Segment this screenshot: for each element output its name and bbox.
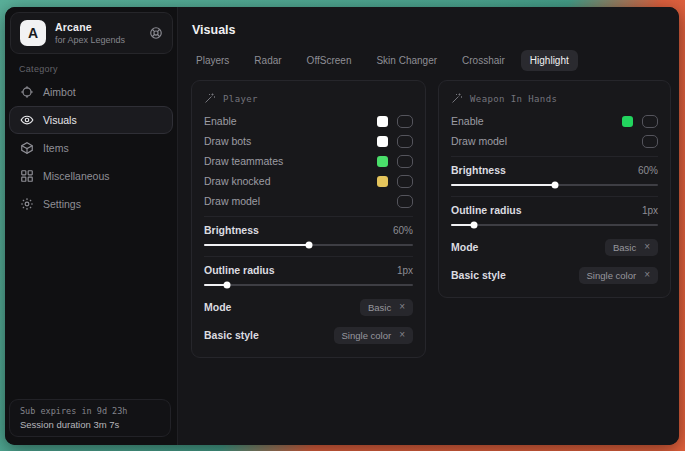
checkbox[interactable] xyxy=(642,115,658,128)
slider-outline-radius[interactable] xyxy=(204,278,413,291)
sidebar-item-label: Aimbot xyxy=(43,86,76,98)
close-icon[interactable]: × xyxy=(399,330,405,340)
chip-single-color[interactable]: Single color× xyxy=(334,327,413,344)
checkbox[interactable] xyxy=(642,135,658,148)
tab-radar[interactable]: Radar xyxy=(245,50,290,71)
slider-label: Brightness xyxy=(451,164,638,176)
app-subtitle: for Apex Legends xyxy=(55,35,149,45)
divider xyxy=(451,156,658,157)
slider-head-brightness: Brightness60% xyxy=(451,162,658,178)
slider-track[interactable] xyxy=(204,244,413,246)
status-card: Sub expires in 9d 23h Session duration 3… xyxy=(9,399,171,437)
slider-track[interactable] xyxy=(451,224,658,226)
close-icon[interactable]: × xyxy=(644,270,650,280)
toggle-row-draw-model: Draw model xyxy=(451,131,658,151)
tab-offscreen[interactable]: OffScreen xyxy=(298,50,361,71)
color-swatch[interactable] xyxy=(377,156,388,167)
toggle-row-enable: Enable xyxy=(204,111,413,131)
chip-row-mode: ModeBasic× xyxy=(451,235,658,259)
slider-brightness[interactable] xyxy=(451,178,658,191)
toggle-label: Draw teammates xyxy=(204,155,377,167)
toggle-label: Draw model xyxy=(451,135,642,147)
chip-basic[interactable]: Basic× xyxy=(605,239,658,256)
panel-title: Weapon In Hands xyxy=(470,94,557,104)
slider-thumb[interactable] xyxy=(305,241,312,248)
slider-outline-radius[interactable] xyxy=(451,218,658,231)
slider-head-brightness: Brightness60% xyxy=(204,222,413,238)
slider-brightness[interactable] xyxy=(204,238,413,251)
divider xyxy=(204,216,413,217)
slider-fill xyxy=(204,244,309,246)
slider-value: 1px xyxy=(397,265,413,276)
toggle-label: Enable xyxy=(204,115,377,127)
checkbox[interactable] xyxy=(397,115,413,128)
toggle-row-enable: Enable xyxy=(451,111,658,131)
tab-crosshair[interactable]: Crosshair xyxy=(453,50,514,71)
session-duration-text: Session duration 3m 7s xyxy=(20,419,160,430)
toggle-label: Draw bots xyxy=(204,135,377,147)
toggle-label: Draw knocked xyxy=(204,175,377,187)
aim-icon xyxy=(20,85,34,99)
chip-text: Single color xyxy=(342,330,392,341)
wand-icon xyxy=(204,92,216,106)
checkbox[interactable] xyxy=(397,155,413,168)
sidebar-item-miscellaneous[interactable]: Miscellaneous xyxy=(9,162,173,190)
chip-text: Basic xyxy=(613,242,636,253)
chip-row-mode: ModeBasic× xyxy=(204,295,413,319)
panels: PlayerEnableDraw botsDraw teammatesDraw … xyxy=(191,80,671,358)
color-swatch[interactable] xyxy=(377,176,388,187)
box-icon xyxy=(20,141,34,155)
slider-track[interactable] xyxy=(204,284,413,286)
slider-track[interactable] xyxy=(451,184,658,186)
chip-row-label: Basic style xyxy=(451,269,579,281)
color-swatch[interactable] xyxy=(377,116,388,127)
checkbox[interactable] xyxy=(397,135,413,148)
chip-basic[interactable]: Basic× xyxy=(360,299,413,316)
sidebar-item-label: Visuals xyxy=(43,114,77,126)
toggle-label: Enable xyxy=(451,115,622,127)
tab-players[interactable]: Players xyxy=(187,50,238,71)
slider-head-outline-radius: Outline radius1px xyxy=(451,202,658,218)
panel-weapon-in-hands: Weapon In HandsEnableDraw modelBrightnes… xyxy=(438,80,671,298)
sidebar-item-aimbot[interactable]: Aimbot xyxy=(9,78,173,106)
tab-bar: PlayersRadarOffScreenSkin ChangerCrossha… xyxy=(187,50,585,71)
toggle-row-draw-knocked: Draw knocked xyxy=(204,171,413,191)
sidebar-item-visuals[interactable]: Visuals xyxy=(9,106,173,134)
checkbox[interactable] xyxy=(397,175,413,188)
app-logo: A xyxy=(20,20,46,46)
sidebar-item-label: Miscellaneous xyxy=(43,170,110,182)
toggle-row-draw-teammates: Draw teammates xyxy=(204,151,413,171)
panel-header: Weapon In Hands xyxy=(451,91,658,107)
panel-header: Player xyxy=(204,91,413,107)
toggle-row-draw-bots: Draw bots xyxy=(204,131,413,151)
chip-single-color[interactable]: Single color× xyxy=(579,267,658,284)
color-swatch[interactable] xyxy=(377,136,388,147)
close-icon[interactable]: × xyxy=(399,302,405,312)
sidebar-item-label: Items xyxy=(43,142,69,154)
tab-highlight[interactable]: Highlight xyxy=(521,50,578,71)
toggle-label: Draw model xyxy=(204,195,397,207)
sidebar-item-items[interactable]: Items xyxy=(9,134,173,162)
slider-thumb[interactable] xyxy=(223,281,230,288)
app-title: Arcane xyxy=(55,21,149,33)
slider-label: Outline radius xyxy=(204,264,397,276)
slider-thumb[interactable] xyxy=(551,181,558,188)
grid-icon xyxy=(20,169,34,183)
checkbox[interactable] xyxy=(397,195,413,208)
panel-player: PlayerEnableDraw botsDraw teammatesDraw … xyxy=(191,80,426,358)
close-icon[interactable]: × xyxy=(644,242,650,252)
brand-card: A Arcane for Apex Legends xyxy=(10,12,173,54)
tab-skin-changer[interactable]: Skin Changer xyxy=(367,50,446,71)
slider-thumb[interactable] xyxy=(470,221,477,228)
divider xyxy=(204,256,413,257)
chip-row-label: Basic style xyxy=(204,329,334,341)
chip-row-label: Mode xyxy=(451,241,605,253)
crosshair-icon[interactable] xyxy=(149,26,163,40)
color-swatch[interactable] xyxy=(622,116,633,127)
sidebar-item-settings[interactable]: Settings xyxy=(9,190,173,218)
sidebar-nav: AimbotVisualsItemsMiscellaneousSettings xyxy=(9,78,173,218)
page-title: Visuals xyxy=(192,23,236,37)
chip-text: Single color xyxy=(587,270,637,281)
chip-row-basic-style: Basic styleSingle color× xyxy=(204,323,413,347)
app-window: A Arcane for Apex Legends Category Aimbo… xyxy=(5,7,679,445)
